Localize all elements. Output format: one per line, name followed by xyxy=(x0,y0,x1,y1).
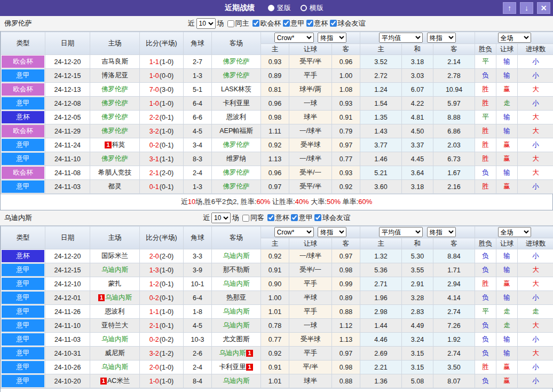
same-venue-checkbox-input[interactable] xyxy=(242,215,249,222)
table-row: 欧会杯 24-11-29 佛罗伦萨 3-2(1-0) 4-5 AEP帕福斯 1.… xyxy=(1,124,553,138)
league-type-cell: 意杯 xyxy=(1,111,45,124)
score-cell: 3-1(1-1) xyxy=(140,152,184,166)
layout-vertical-radio[interactable]: 竖版 xyxy=(268,3,291,13)
final-odds-select-2[interactable]: 终指 xyxy=(427,33,456,43)
avg-odds-draw: 3.24 xyxy=(402,333,433,347)
full-time-score: 1-0 xyxy=(149,72,159,80)
match-scope-select[interactable]: 全场 xyxy=(498,227,531,237)
match-count-select[interactable]: 10 xyxy=(211,213,231,223)
avg-odds-home: 3.52 xyxy=(360,55,402,69)
avg-odds-away: 4.14 xyxy=(433,291,475,305)
match-count-select[interactable]: 10 xyxy=(196,18,216,29)
team-name-text: 恩波利 xyxy=(105,308,125,315)
handicap-result: 赢 xyxy=(496,83,518,97)
league-type-badge: 意杯 xyxy=(2,111,44,123)
col-avg-home: 主 xyxy=(360,44,402,55)
odds-handicap-line: 受半球 xyxy=(289,138,332,152)
avg-odds-away: 6.73 xyxy=(433,152,475,166)
odds-away: 0.97 xyxy=(332,347,360,360)
move-up-button[interactable]: ↑ xyxy=(503,2,516,14)
league-checkbox-input[interactable] xyxy=(306,20,313,27)
same-venue-checkbox[interactable]: 同客 xyxy=(242,213,264,223)
radio-unselected-icon xyxy=(301,5,307,11)
avg-odds-draw: 3.18 xyxy=(402,55,433,69)
league-label: 意杯 xyxy=(314,19,328,28)
final-odds-select-1[interactable]: 终指 xyxy=(318,33,346,43)
league-checkbox-input[interactable] xyxy=(283,20,290,27)
league-filter-checkbox[interactable]: 欧会杯 xyxy=(252,19,281,28)
odds-away: 1.08 xyxy=(332,83,360,97)
half-time-score: (0-1) xyxy=(160,294,173,302)
avg-odds-home: 1.35 xyxy=(360,111,402,124)
league-checkbox-input[interactable] xyxy=(330,20,337,27)
match-scope-select[interactable]: 全场 xyxy=(498,33,531,43)
odds-home: 1.00 xyxy=(261,291,289,305)
col-corner: 角球 xyxy=(184,32,212,55)
avg-odds-draw: 4.45 xyxy=(402,152,433,166)
final-odds-select-2[interactable]: 终指 xyxy=(427,227,456,237)
same-venue-checkbox[interactable]: 同主 xyxy=(227,19,249,28)
league-checkbox-input[interactable] xyxy=(314,214,321,221)
league-filter-checkbox[interactable]: 意甲 xyxy=(283,19,305,28)
avg-odds-away: 8.88 xyxy=(433,111,475,124)
league-type-cell: 意甲 xyxy=(1,319,45,333)
league-checkbox-input[interactable] xyxy=(291,214,298,221)
odds-group-header: Crow* 终指 xyxy=(261,32,360,44)
goals-result: 大 xyxy=(518,152,553,166)
goals-result: 大 xyxy=(518,83,553,97)
league-label: 球会友谊 xyxy=(322,213,350,223)
league-filter-checkbox[interactable]: 球会友谊 xyxy=(314,213,350,223)
odds-away: 0.88 xyxy=(332,374,360,388)
col-avg-away: 客 xyxy=(433,44,475,55)
league-label: 意杯 xyxy=(275,213,289,223)
match-date: 24-12-05 xyxy=(45,111,90,124)
match-date: 24-11-26 xyxy=(45,305,90,319)
same-venue-checkbox-input[interactable] xyxy=(227,20,234,27)
close-button[interactable]: ✕ xyxy=(537,2,550,14)
league-filter-checkbox[interactable]: 意杯 xyxy=(267,213,289,223)
league-type-badge: 意甲 xyxy=(2,375,44,387)
red-card-badge: 1 xyxy=(246,350,252,357)
move-down-button[interactable]: ↓ xyxy=(520,2,533,14)
home-team-cell: 佛罗伦萨 xyxy=(90,97,140,111)
avg-odds-away: 2.74 xyxy=(433,305,475,319)
final-odds-select-1[interactable]: 终指 xyxy=(318,227,346,237)
league-filter-checkbox[interactable]: 意杯 xyxy=(306,19,328,28)
league-checkbox-input[interactable] xyxy=(267,214,274,221)
match-date: 24-11-29 xyxy=(45,124,90,138)
avg-odds-draw: 2.83 xyxy=(402,305,433,319)
col-odds-handicap: 让球 xyxy=(289,238,332,249)
league-filter-checkbox[interactable]: 意甲 xyxy=(291,213,313,223)
avg-odds-draw: 3.28 xyxy=(402,291,433,305)
handicap-result: 输 xyxy=(496,124,518,138)
odds-handicap-line: 一球 xyxy=(289,97,332,111)
filter-row: 乌迪内斯 近 10 场 同客 意杯意甲球会友谊 xyxy=(0,210,553,225)
table-row: 意杯 24-12-20 国际米兰 2-0(2-0) 3-3 乌迪内斯 0.92 … xyxy=(1,249,553,263)
league-checkbox-input[interactable] xyxy=(252,20,259,27)
average-select[interactable]: 平均值 xyxy=(379,33,423,43)
half-time-score: (0-1) xyxy=(160,183,173,191)
average-select[interactable]: 平均值 xyxy=(379,227,423,237)
half-time-score: (1-0) xyxy=(160,364,173,371)
odds-home: 0.90 xyxy=(261,277,289,291)
odds-handicap-line: 球半 xyxy=(289,111,332,124)
odds-away: 0.93 xyxy=(332,166,360,180)
col-avg-draw: 和 xyxy=(402,44,433,55)
summary-text: 大率: xyxy=(309,198,327,206)
vertical-label: 竖版 xyxy=(277,3,291,13)
layout-horizontal-radio[interactable]: 横版 xyxy=(301,3,323,13)
half-time-score: (0-1) xyxy=(160,322,173,330)
team-name-text: 佛罗伦萨 xyxy=(101,85,128,93)
half-time-score: (1-0) xyxy=(160,308,173,316)
score-cell: 1-0(0-0) xyxy=(140,69,184,83)
bookmaker-select[interactable]: Crow* xyxy=(274,227,314,237)
league-type-badge: 意杯 xyxy=(2,250,44,262)
league-filter-checkbox[interactable]: 球会友谊 xyxy=(330,19,366,28)
home-team-cell: 佛罗伦萨 xyxy=(90,124,140,138)
avg-odds-away: 2.14 xyxy=(433,55,475,69)
col-avg-draw: 和 xyxy=(402,238,433,249)
league-type-badge: 意甲 xyxy=(2,69,44,82)
avg-odds-home: 2.69 xyxy=(360,347,402,360)
bookmaker-select[interactable]: Crow* xyxy=(274,33,314,43)
away-team-cell: 卡利亚里1 xyxy=(212,360,261,374)
